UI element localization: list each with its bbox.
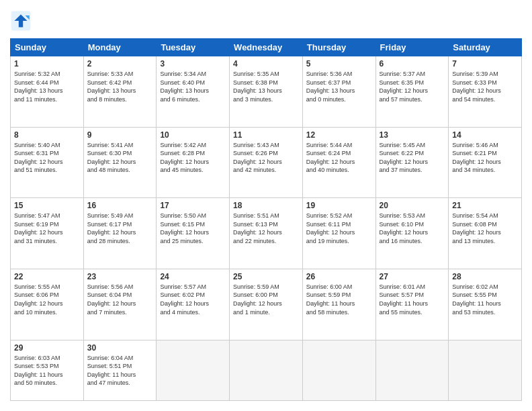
day-info: Sunrise: 5:41 AM Sunset: 6:30 PM Dayligh…	[87, 141, 153, 175]
col-header-thursday: Thursday	[302, 39, 375, 56]
day-number: 4	[233, 59, 299, 68]
day-cell: 14Sunrise: 5:46 AM Sunset: 6:21 PM Dayli…	[449, 127, 522, 198]
day-number: 24	[160, 272, 226, 281]
week-row-3: 15Sunrise: 5:47 AM Sunset: 6:19 PM Dayli…	[11, 198, 522, 269]
week-row-1: 1Sunrise: 5:32 AM Sunset: 6:44 PM Daylig…	[11, 56, 522, 128]
day-info: Sunrise: 5:43 AM Sunset: 6:26 PM Dayligh…	[233, 141, 299, 175]
col-header-saturday: Saturday	[449, 39, 522, 56]
day-info: Sunrise: 6:01 AM Sunset: 5:57 PM Dayligh…	[380, 283, 445, 316]
day-info: Sunrise: 5:46 AM Sunset: 6:21 PM Dayligh…	[452, 141, 518, 175]
header-row: SundayMondayTuesdayWednesdayThursdayFrid…	[11, 39, 522, 56]
day-cell: 24Sunrise: 5:57 AM Sunset: 6:02 PM Dayli…	[157, 269, 230, 340]
day-cell: 5Sunrise: 5:36 AM Sunset: 6:37 PM Daylig…	[302, 56, 375, 128]
logo	[10, 10, 34, 32]
logo-icon	[10, 10, 32, 32]
day-info: Sunrise: 5:55 AM Sunset: 6:06 PM Dayligh…	[14, 283, 80, 316]
day-number: 18	[233, 201, 299, 210]
day-cell: 17Sunrise: 5:50 AM Sunset: 6:15 PM Dayli…	[157, 198, 230, 269]
day-number: 12	[306, 130, 372, 140]
day-cell	[302, 340, 375, 401]
day-number: 20	[380, 201, 445, 210]
day-cell: 23Sunrise: 5:56 AM Sunset: 6:04 PM Dayli…	[83, 269, 157, 340]
day-info: Sunrise: 5:53 AM Sunset: 6:10 PM Dayligh…	[380, 212, 445, 245]
day-cell: 30Sunrise: 6:04 AM Sunset: 5:51 PM Dayli…	[83, 340, 157, 401]
day-cell	[449, 340, 522, 401]
day-info: Sunrise: 5:50 AM Sunset: 6:15 PM Dayligh…	[160, 212, 226, 245]
day-cell: 26Sunrise: 6:00 AM Sunset: 5:59 PM Dayli…	[302, 269, 375, 340]
day-cell: 18Sunrise: 5:51 AM Sunset: 6:13 PM Dayli…	[230, 198, 303, 269]
col-header-wednesday: Wednesday	[230, 39, 303, 56]
day-number: 27	[380, 272, 445, 281]
day-info: Sunrise: 5:45 AM Sunset: 6:22 PM Dayligh…	[380, 141, 445, 175]
day-cell: 1Sunrise: 5:32 AM Sunset: 6:44 PM Daylig…	[11, 56, 84, 128]
day-cell	[375, 340, 449, 401]
day-number: 29	[14, 343, 80, 353]
day-number: 17	[160, 201, 226, 210]
day-cell: 7Sunrise: 5:39 AM Sunset: 6:33 PM Daylig…	[449, 56, 522, 128]
day-info: Sunrise: 5:47 AM Sunset: 6:19 PM Dayligh…	[14, 212, 80, 245]
day-cell: 3Sunrise: 5:34 AM Sunset: 6:40 PM Daylig…	[157, 56, 230, 128]
day-number: 13	[380, 130, 445, 140]
day-cell: 10Sunrise: 5:42 AM Sunset: 6:28 PM Dayli…	[157, 127, 230, 198]
day-number: 14	[452, 130, 518, 140]
day-cell: 15Sunrise: 5:47 AM Sunset: 6:19 PM Dayli…	[11, 198, 84, 269]
day-info: Sunrise: 5:37 AM Sunset: 6:35 PM Dayligh…	[380, 70, 445, 103]
day-cell: 11Sunrise: 5:43 AM Sunset: 6:26 PM Dayli…	[230, 127, 303, 198]
page: SundayMondayTuesdayWednesdayThursdayFrid…	[0, 0, 532, 411]
day-info: Sunrise: 6:02 AM Sunset: 5:55 PM Dayligh…	[452, 283, 518, 316]
day-number: 3	[160, 59, 226, 68]
day-cell: 13Sunrise: 5:45 AM Sunset: 6:22 PM Dayli…	[375, 127, 449, 198]
day-cell	[230, 340, 303, 401]
col-header-monday: Monday	[83, 39, 157, 56]
day-cell: 25Sunrise: 5:59 AM Sunset: 6:00 PM Dayli…	[230, 269, 303, 340]
day-info: Sunrise: 6:00 AM Sunset: 5:59 PM Dayligh…	[306, 283, 372, 316]
day-number: 26	[306, 272, 372, 281]
day-cell: 22Sunrise: 5:55 AM Sunset: 6:06 PM Dayli…	[11, 269, 84, 340]
day-cell: 8Sunrise: 5:40 AM Sunset: 6:31 PM Daylig…	[11, 127, 84, 198]
week-row-2: 8Sunrise: 5:40 AM Sunset: 6:31 PM Daylig…	[11, 127, 522, 198]
day-number: 6	[380, 59, 445, 68]
day-info: Sunrise: 5:49 AM Sunset: 6:17 PM Dayligh…	[87, 212, 153, 245]
day-number: 1	[14, 59, 80, 68]
day-number: 23	[87, 272, 153, 281]
day-info: Sunrise: 5:51 AM Sunset: 6:13 PM Dayligh…	[233, 212, 299, 245]
day-number: 7	[452, 59, 518, 68]
day-number: 22	[14, 272, 80, 281]
day-info: Sunrise: 5:33 AM Sunset: 6:42 PM Dayligh…	[87, 70, 153, 103]
day-cell: 27Sunrise: 6:01 AM Sunset: 5:57 PM Dayli…	[375, 269, 449, 340]
day-number: 5	[306, 59, 372, 68]
day-info: Sunrise: 6:04 AM Sunset: 5:51 PM Dayligh…	[87, 354, 153, 387]
day-number: 19	[306, 201, 372, 210]
day-number: 16	[87, 201, 153, 210]
calendar: SundayMondayTuesdayWednesdayThursdayFrid…	[10, 38, 522, 401]
day-number: 8	[14, 130, 80, 140]
day-cell: 29Sunrise: 6:03 AM Sunset: 5:53 PM Dayli…	[11, 340, 84, 401]
day-number: 15	[14, 201, 80, 210]
day-info: Sunrise: 5:59 AM Sunset: 6:00 PM Dayligh…	[233, 283, 299, 316]
day-cell: 16Sunrise: 5:49 AM Sunset: 6:17 PM Dayli…	[83, 198, 157, 269]
day-number: 10	[160, 130, 226, 140]
day-cell: 12Sunrise: 5:44 AM Sunset: 6:24 PM Dayli…	[302, 127, 375, 198]
col-header-tuesday: Tuesday	[157, 39, 230, 56]
day-cell: 28Sunrise: 6:02 AM Sunset: 5:55 PM Dayli…	[449, 269, 522, 340]
day-info: Sunrise: 5:44 AM Sunset: 6:24 PM Dayligh…	[306, 141, 372, 175]
day-info: Sunrise: 5:42 AM Sunset: 6:28 PM Dayligh…	[160, 141, 226, 175]
col-header-sunday: Sunday	[11, 39, 84, 56]
day-cell: 9Sunrise: 5:41 AM Sunset: 6:30 PM Daylig…	[83, 127, 157, 198]
day-info: Sunrise: 5:36 AM Sunset: 6:37 PM Dayligh…	[306, 70, 372, 103]
day-cell	[157, 340, 230, 401]
header	[10, 10, 522, 32]
day-cell: 21Sunrise: 5:54 AM Sunset: 6:08 PM Dayli…	[449, 198, 522, 269]
col-header-friday: Friday	[375, 39, 449, 56]
day-cell: 19Sunrise: 5:52 AM Sunset: 6:11 PM Dayli…	[302, 198, 375, 269]
day-number: 2	[87, 59, 153, 68]
day-info: Sunrise: 6:03 AM Sunset: 5:53 PM Dayligh…	[14, 354, 80, 387]
week-row-5: 29Sunrise: 6:03 AM Sunset: 5:53 PM Dayli…	[11, 340, 522, 401]
day-info: Sunrise: 5:52 AM Sunset: 6:11 PM Dayligh…	[306, 212, 372, 245]
day-info: Sunrise: 5:56 AM Sunset: 6:04 PM Dayligh…	[87, 283, 153, 316]
day-number: 30	[87, 343, 153, 353]
day-cell: 20Sunrise: 5:53 AM Sunset: 6:10 PM Dayli…	[375, 198, 449, 269]
day-info: Sunrise: 5:57 AM Sunset: 6:02 PM Dayligh…	[160, 283, 226, 316]
day-info: Sunrise: 5:35 AM Sunset: 6:38 PM Dayligh…	[233, 70, 299, 103]
day-cell: 2Sunrise: 5:33 AM Sunset: 6:42 PM Daylig…	[83, 56, 157, 128]
